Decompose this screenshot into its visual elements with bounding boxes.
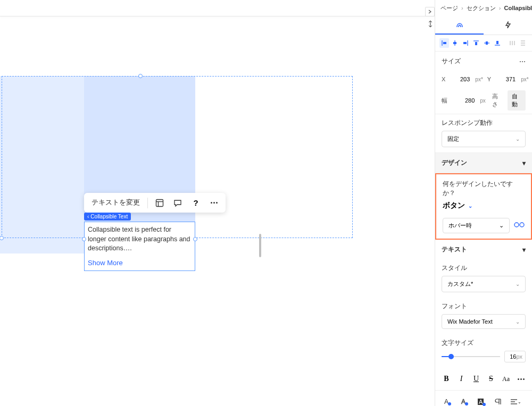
more-icon[interactable] <box>207 197 220 209</box>
more-icon[interactable]: ⋯ <box>519 58 526 65</box>
y-input[interactable] <box>495 74 517 84</box>
height-value[interactable]: 自動 <box>508 90 526 111</box>
change-text-button[interactable]: テキストを変更 <box>89 196 142 209</box>
svg-rect-14 <box>496 41 498 44</box>
x-input[interactable] <box>450 74 471 84</box>
fontsize-slider[interactable] <box>442 353 500 360</box>
comment-icon[interactable] <box>171 197 184 209</box>
svg-point-29 <box>483 403 486 406</box>
strike-button[interactable]: S <box>486 373 496 385</box>
height-label: 高さ <box>492 92 503 108</box>
align-top-icon[interactable] <box>471 38 481 48</box>
x-unit: px* <box>475 77 483 82</box>
layout-icon[interactable] <box>153 197 166 209</box>
text-outline-button[interactable]: A <box>459 396 470 406</box>
style-dropdown[interactable]: カスタム* ⌄ <box>442 276 526 292</box>
width-input[interactable] <box>454 96 476 105</box>
distribute-v-icon[interactable] <box>518 38 528 48</box>
size-section-header: サイズ ⋯ <box>435 52 532 71</box>
show-more-link[interactable]: Show More <box>88 259 123 267</box>
alignment-toolbar <box>435 35 532 52</box>
font-dropdown[interactable]: Wix Madefor Text ⌄ <box>442 314 526 329</box>
tab-interactions[interactable] <box>484 15 532 35</box>
svg-text:A: A <box>444 398 448 405</box>
svg-text:A: A <box>479 399 483 405</box>
text-color-button[interactable]: A <box>442 396 453 406</box>
floating-toolbar: テキストを変更 ? <box>84 193 226 213</box>
align-center-v-icon[interactable] <box>482 38 492 48</box>
italic-button[interactable]: I <box>456 373 466 385</box>
chevron-down-icon: ⌄ <box>516 319 520 325</box>
svg-point-26 <box>465 402 468 405</box>
breadcrumb-sep: › <box>461 5 463 11</box>
inspector-panel: ページ › セクション › Collapsible Text サイズ ⋯ X <box>435 0 532 406</box>
scrollbar-thumb[interactable] <box>259 234 261 257</box>
text-section-header[interactable]: テキスト ▾ <box>435 240 532 259</box>
transition-icon[interactable] <box>514 221 525 231</box>
design-section-header[interactable]: デザイン ▾ <box>435 153 532 173</box>
responsive-dropdown[interactable]: 固定 ⌄ <box>442 131 526 147</box>
width-unit: px <box>480 98 488 104</box>
color-format-row: A A A ⌄ <box>435 390 532 406</box>
responsive-label: レスポンシブ動作 <box>435 114 532 129</box>
y-label: Y <box>487 76 491 82</box>
svg-rect-4 <box>443 42 446 44</box>
inspector-tabs <box>435 15 532 35</box>
text-format-row: B I U S Aa <box>435 368 532 390</box>
more-format-icon[interactable] <box>516 373 526 385</box>
svg-point-24 <box>448 402 451 405</box>
svg-rect-12 <box>486 41 488 45</box>
svg-rect-10 <box>475 42 477 45</box>
chevron-down-icon: ⌄ <box>468 203 472 209</box>
style-label: スタイル <box>435 259 532 274</box>
tab-design[interactable] <box>435 15 484 35</box>
canvas[interactable]: テキストを変更 ? Collapsible Text Collapsible t… <box>0 0 435 406</box>
svg-point-21 <box>514 223 519 227</box>
divider <box>147 198 148 208</box>
align-bottom-icon[interactable] <box>493 38 502 48</box>
handle-e[interactable] <box>193 237 197 241</box>
chevron-down-icon: ▾ <box>522 246 526 253</box>
text-align-button[interactable]: ⌄ <box>510 396 521 406</box>
breadcrumb-section[interactable]: セクション <box>467 5 496 11</box>
breadcrumb-sep: › <box>499 5 501 11</box>
align-left-icon[interactable] <box>439 38 449 48</box>
collapsible-text-content: Collapsible text is perfect for longer c… <box>88 225 192 253</box>
chevron-down-icon: ⌄ <box>499 222 504 229</box>
design-target-panel: 何をデザインしたいですか？ ボタン ⌄ ホバー時 ⌄ <box>435 173 532 240</box>
distribute-h-icon[interactable] <box>508 38 517 48</box>
text-highlight-button[interactable]: A <box>476 396 487 406</box>
element-tag[interactable]: Collapsible Text <box>84 213 131 221</box>
chevron-down-icon: ▾ <box>522 159 526 167</box>
design-target-dropdown[interactable]: ボタン ⌄ <box>436 201 531 214</box>
bold-button[interactable]: B <box>442 373 451 385</box>
align-center-h-icon[interactable] <box>450 38 460 48</box>
design-question: 何をデザインしたいですか？ <box>436 180 531 201</box>
chevron-down-icon: ⌄ <box>516 281 520 287</box>
svg-rect-8 <box>463 42 467 44</box>
cursor-indicator <box>427 20 434 28</box>
chevron-down-icon: ⌄ <box>516 136 520 142</box>
state-dropdown[interactable]: ホバー時 ⌄ <box>443 218 510 233</box>
case-button[interactable]: Aa <box>501 373 511 385</box>
font-label: フォント <box>435 298 532 312</box>
width-label: 幅 <box>442 97 450 105</box>
text-direction-button[interactable] <box>493 396 504 406</box>
underline-button[interactable]: U <box>471 373 481 385</box>
svg-text:A: A <box>461 398 466 405</box>
breadcrumb-page[interactable]: ページ <box>440 5 458 11</box>
fontsize-value[interactable]: 16px <box>504 351 526 362</box>
canvas-divider <box>0 16 435 16</box>
align-right-icon[interactable] <box>461 38 470 48</box>
breadcrumb-current: Collapsible Text <box>504 5 532 11</box>
x-label: X <box>442 76 445 82</box>
fontsize-label: 文字サイズ <box>435 334 532 349</box>
svg-rect-6 <box>453 42 456 44</box>
handle-top[interactable] <box>138 74 143 78</box>
handle-w[interactable] <box>82 237 86 241</box>
svg-point-22 <box>520 223 524 227</box>
panel-collapse-toggle[interactable] <box>425 7 435 16</box>
y-unit: px* <box>521 77 528 82</box>
help-icon[interactable]: ? <box>189 197 202 209</box>
collapsible-text-element[interactable]: Collapsible text is perfect for longer c… <box>84 222 195 271</box>
